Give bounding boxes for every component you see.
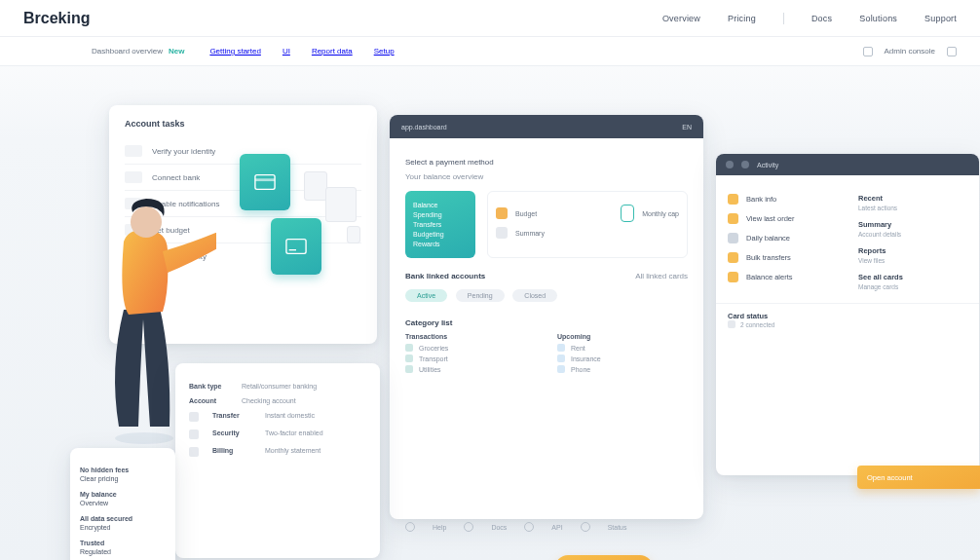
doc-icon: [496, 227, 508, 239]
nav-support[interactable]: Support: [924, 14, 957, 23]
grid-icon[interactable]: [863, 47, 873, 56]
nav-solutions[interactable]: Solutions: [859, 14, 897, 23]
teal-menu-item[interactable]: Rewards: [413, 241, 468, 247]
footer-icon: [581, 522, 590, 532]
right-heading: See all cards: [858, 273, 967, 281]
pale-label: Summary: [515, 230, 545, 237]
cardc-footer: Card status 2 connected: [716, 303, 979, 336]
breadcrumb-tag: New: [169, 47, 184, 56]
col-item[interactable]: Transport: [405, 355, 536, 362]
activity-row[interactable]: Balance alerts: [728, 272, 845, 282]
detail-row: AccountChecking account: [189, 397, 366, 404]
feature-row: All data securedEncrypted: [80, 515, 166, 531]
brand-logo[interactable]: Brceking: [23, 10, 90, 27]
nav-pricing[interactable]: Pricing: [728, 14, 756, 23]
col-upcoming: Upcoming Rent Insurance Phone: [557, 333, 688, 376]
feature-row: TrustedRegulated: [80, 540, 166, 555]
square-icon: [728, 272, 738, 282]
dot-icon: [557, 365, 565, 373]
dot-icon: [557, 344, 565, 352]
cardb-lang-badge[interactable]: EN: [682, 124, 692, 131]
col-item[interactable]: Rent: [557, 344, 688, 352]
status-icon: [728, 320, 735, 328]
right-sub: Manage cards: [858, 283, 967, 290]
subnav-link-0[interactable]: Getting started: [209, 47, 260, 56]
stage: Account tasks Verify your identity Conne…: [0, 66, 980, 560]
feature-title: No hidden fees: [80, 467, 166, 473]
detail-row: SecurityTwo-factor enabled: [189, 429, 366, 439]
activity-text: Bank info: [746, 195, 776, 204]
footer-link[interactable]: Status: [608, 524, 627, 531]
detail-row: Bank typeRetail/consumer banking: [189, 383, 366, 390]
detail-key: Billing: [212, 447, 255, 454]
detail-key: Account: [189, 397, 232, 404]
nav-overview[interactable]: Overview: [662, 14, 700, 23]
col-item[interactable]: Utilities: [405, 365, 536, 373]
footer-sub: 2 connected: [728, 320, 967, 328]
col-item[interactable]: Insurance: [557, 355, 688, 362]
detail-value: Checking account: [242, 397, 296, 404]
pill-icon: [621, 205, 634, 222]
filter-pill-active[interactable]: Active: [405, 289, 447, 302]
col-item[interactable]: Phone: [557, 365, 688, 373]
cardc-header: Activity: [716, 154, 979, 175]
subnav-link-3[interactable]: Setup: [374, 47, 395, 56]
row-icon: [189, 429, 199, 439]
breadcrumb-text: Dashboard overview: [92, 47, 163, 56]
wallet-tile-icon: [240, 154, 290, 210]
activity-row[interactable]: Bulk transfers: [728, 252, 845, 263]
detail-key: Bank type: [189, 383, 232, 390]
continue-button[interactable]: Continue: [555, 555, 653, 560]
nav-docs[interactable]: Docs: [811, 14, 832, 23]
activity-text: Daily balance: [746, 234, 790, 243]
teal-menu-item[interactable]: Spending: [413, 211, 468, 218]
footer-icon: [524, 522, 534, 532]
card-features: No hidden feesClear pricing My balanceOv…: [70, 448, 175, 560]
nav-separator: [783, 13, 784, 24]
row-icon: [189, 412, 199, 422]
settings-icon[interactable]: [947, 47, 957, 56]
activity-row[interactable]: Bank info: [728, 194, 845, 205]
filter-pill-pending[interactable]: Pending: [456, 289, 505, 302]
teal-menu-item[interactable]: Budgeting: [413, 231, 468, 238]
sub-bar: Dashboard overview New Getting started U…: [0, 37, 980, 66]
window-dot-icon: [726, 161, 734, 168]
admin-link[interactable]: Admin console: [885, 47, 935, 56]
subnav-link-1[interactable]: UI: [283, 47, 290, 56]
open-account-button[interactable]: Open account: [857, 466, 980, 489]
section-link-all[interactable]: All linked cards: [635, 272, 688, 280]
teal-menu-item[interactable]: Transfers: [413, 221, 468, 228]
subbar-right: Admin console: [863, 47, 957, 56]
activity-text: View last order: [746, 214, 794, 223]
cardb-line2: Your balance overview: [405, 172, 688, 181]
cardb-header: app.dashboard EN: [390, 115, 703, 138]
feature-sub: Regulated: [80, 548, 111, 555]
task-chip-icon: [125, 171, 142, 183]
teal-menu-item[interactable]: Balance: [413, 202, 468, 208]
filter-pill-closed[interactable]: Closed: [512, 289, 557, 302]
activity-row[interactable]: Daily balance: [728, 233, 845, 243]
dot-icon: [405, 365, 413, 373]
window-dot-icon: [741, 161, 749, 168]
col-item[interactable]: Groceries: [405, 344, 536, 352]
footer-link[interactable]: API: [551, 524, 562, 531]
right-sub: Latest actions: [858, 205, 967, 211]
wallet-icon: [254, 173, 276, 191]
subnav-link-2[interactable]: Report data: [312, 47, 353, 56]
footer-link[interactable]: Help: [433, 524, 446, 531]
detail-value: Monthly statement: [265, 447, 320, 454]
mini-panel-icon: [304, 171, 327, 201]
card-activity: Activity Bank info View last order Daily…: [716, 154, 979, 475]
svg-rect-2: [286, 240, 306, 254]
mini-panel-icon: [325, 187, 357, 222]
footer-link[interactable]: Docs: [491, 524, 507, 531]
svg-rect-0: [255, 175, 275, 190]
right-sub: Account details: [858, 231, 967, 238]
square-icon: [728, 194, 738, 205]
task-label: Connect bank: [152, 173, 200, 182]
card-icon: [285, 238, 307, 255]
footer-icon: [405, 522, 415, 532]
activity-row[interactable]: View last order: [728, 213, 845, 224]
teal-menu: Balance Spending Transfers Budgeting Rew…: [405, 191, 475, 258]
detail-row: BillingMonthly statement: [189, 447, 366, 457]
